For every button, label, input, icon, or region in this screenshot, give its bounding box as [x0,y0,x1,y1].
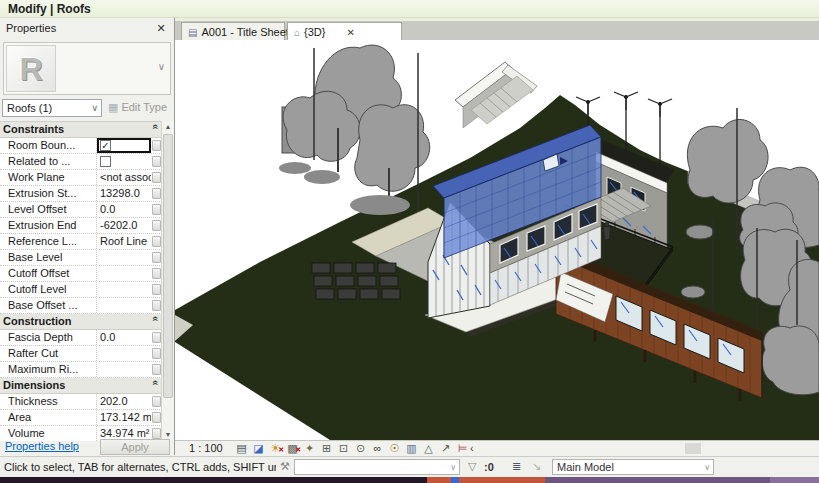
param-associate-button[interactable] [152,364,161,375]
collapse-toolbar-icon[interactable]: ‹ [470,442,474,454]
collapse-chevron-icon[interactable]: « [147,124,161,136]
property-value[interactable]: 0.0 [97,202,151,217]
property-value[interactable]: 13298.0 [97,186,151,201]
param-associate-button[interactable] [152,396,161,407]
unlocked-3d-view-icon[interactable]: ⊙ [352,441,369,456]
param-associate-button[interactable] [152,412,161,423]
type-preview-box[interactable]: R ∨ [3,42,171,95]
apply-button[interactable]: Apply [100,439,170,455]
param-associate-button[interactable] [152,252,161,263]
property-row-area: Area173.142 m² [0,410,162,426]
type-thumbnail: R [6,45,56,92]
design-options-icon[interactable]: ≣ [512,460,521,473]
show-crop-region-icon[interactable]: ⊡ [335,441,352,456]
chevron-down-icon: ∨ [704,463,710,472]
property-label: Work Plane [0,170,97,185]
param-associate-button[interactable] [152,220,161,231]
param-associate-button[interactable] [152,284,161,295]
property-value[interactable] [97,266,151,281]
taskbar-segment [427,477,451,483]
tab-3d-view[interactable]: ⌂{3D} ✕ [287,22,402,41]
design-options-dropdown[interactable]: Main Model ∨ [552,459,714,475]
site-stairs[interactable] [455,62,537,128]
close-icon[interactable]: ✕ [154,21,168,35]
crop-view-icon[interactable]: ⊞ [318,441,335,456]
param-associate-button[interactable] [152,348,161,359]
person-entourage [604,222,610,239]
taskbar-segment [545,477,770,483]
tree-shadow [304,170,340,184]
collapse-chevron-icon[interactable]: « [147,316,161,328]
properties-help-link[interactable]: Properties help [5,440,79,452]
property-value[interactable]: Roof Line [97,234,151,249]
press-drag-icon[interactable]: ↘ [532,460,541,473]
highlight-displacement-sets-icon[interactable]: ↗ [437,441,454,456]
property-label: Cutoff Offset [0,266,97,281]
property-label: Thickness [0,394,97,409]
property-value[interactable] [97,250,151,265]
windows-taskbar-edge [0,477,819,483]
param-associate-button[interactable] [152,204,161,215]
edit-type-button[interactable]: ▦Edit Type [106,99,172,117]
drawing-area[interactable] [175,40,819,440]
type-selector-dropdown[interactable]: Roofs (1) ∨ [2,99,102,117]
param-associate-button[interactable] [152,172,161,183]
properties-panel-header[interactable]: Properties ✕ [0,18,174,40]
checkbox-checked[interactable]: ✓ [100,140,111,151]
param-associate-button[interactable] [152,156,161,167]
temporary-hide-isolate-icon[interactable]: ∞ [369,441,386,456]
view-scale-button[interactable]: 1 : 100 [189,442,223,454]
scrollbar-thumb[interactable] [685,443,701,454]
property-value[interactable]: <not associat... [97,170,151,185]
param-associate-button[interactable] [152,140,161,151]
property-value[interactable]: 0.0 [97,330,151,345]
param-associate-button[interactable] [152,300,161,311]
section-header-constraints[interactable]: Constraints« [0,122,162,138]
param-associate-button[interactable] [152,188,161,199]
taskbar-segment [0,477,427,483]
checkbox-unchecked[interactable] [100,156,111,167]
section-header-dimensions[interactable]: Dimensions« [0,378,162,394]
worksets-icon[interactable]: ⚒ [280,460,290,473]
property-value[interactable] [97,298,151,313]
reveal-hidden-elements-icon[interactable]: ☉ [386,441,403,456]
show-rendering-dialog-icon[interactable]: ✦ [301,441,318,456]
chevron-down-icon[interactable]: ∨ [158,61,165,72]
show-analytical-model-icon[interactable]: △ [420,441,437,456]
tab-a001-title-sheet[interactable]: ▤A001 - Title Sheet [181,22,285,40]
scroll-up-icon[interactable]: ▲ [162,121,174,133]
property-value[interactable] [97,154,151,169]
property-value[interactable] [97,346,151,361]
property-row-extrusion-end: Extrusion End-6202.0 [0,218,162,234]
scrollbar-thumb[interactable] [163,134,173,398]
shadows-icon[interactable]: ▩✕ [284,441,301,456]
temporary-view-properties-icon[interactable]: ▥ [403,441,420,456]
filter-icon[interactable]: ▽ [468,460,476,473]
properties-panel: Properties ✕ R ∨ Roofs (1) ∨ ▦Edit Type … [0,18,175,455]
sun-path-icon[interactable]: ☀✕ [267,441,284,456]
detail-level-icon[interactable]: ▤ [233,441,250,456]
section-header-construction[interactable]: Construction« [0,314,162,330]
property-row-work-plane: Work Plane<not associat... [0,170,162,186]
properties-scrollbar[interactable]: ▲ ▼ [161,121,174,441]
property-value[interactable] [97,282,151,297]
visual-style-icon[interactable]: ◪ [250,441,267,456]
property-value[interactable]: 173.142 m² [97,410,151,425]
tab-label: A001 - Title Sheet [201,26,288,38]
property-value[interactable] [97,362,151,377]
collapse-chevron-icon[interactable]: « [147,380,161,392]
param-associate-button[interactable] [152,332,161,343]
reveal-constraints-icon[interactable]: ⊨ [454,441,471,456]
param-associate-button[interactable] [152,268,161,279]
param-associate-button[interactable] [152,236,161,247]
edit-type-icon: ▦ [108,101,118,113]
active-workset-dropdown[interactable]: ∨ [294,459,460,475]
property-label: Rafter Cut [0,346,97,361]
tree-canopy [687,119,768,202]
property-label: Maximum Ri... [0,362,97,377]
property-value[interactable]: -6202.0 [97,218,151,233]
param-associate-button[interactable] [152,428,161,439]
property-value[interactable]: 202.0 [97,394,151,409]
close-tab-icon[interactable]: ✕ [347,27,355,38]
property-value[interactable]: ✓ [97,138,151,153]
